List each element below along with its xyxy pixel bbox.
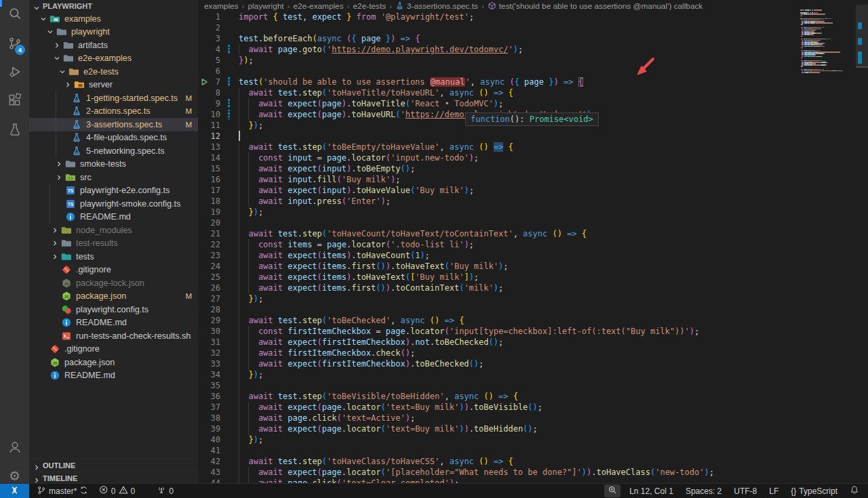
code-line-29[interactable]: 29await test.step('toBeChecked', async (… — [198, 315, 800, 326]
code-line-25[interactable]: 25await expect(items).toHaveText(['Buy m… — [198, 272, 800, 283]
code-line-42[interactable]: 42await test.step('toHaveClass/toHaveCSS… — [198, 456, 800, 467]
tree-item-src[interactable]: src — [29, 171, 198, 184]
tree-item-1-getting-started-spec-ts[interactable]: 1-getting-started.spec.tsM — [29, 91, 198, 105]
code-line-17[interactable]: 17await expect(input).toHaveValue('Buy m… — [198, 185, 800, 196]
code-line-18[interactable]: 18await input.press('Enter'); — [198, 196, 800, 207]
code-line-32[interactable]: 32await firstItemCheckbox.check(); — [198, 348, 800, 358]
tree-item-3-assertions-spec-ts[interactable]: 3-assertions.spec.tsM — [29, 118, 198, 131]
code-line-9[interactable]: 9await expect(page).toHaveTitle('React •… — [198, 98, 800, 109]
minimap[interactable] — [800, 9, 854, 73]
encoding-status[interactable]: UTF-8 — [730, 484, 760, 498]
timeline-section-header[interactable]: TIMELINE — [29, 472, 198, 483]
ports-status[interactable]: 0 — [153, 484, 177, 498]
tree-item-e2e-examples[interactable]: e2e-examples — [29, 52, 198, 66]
breadcrumb-item[interactable]: e2e-examples — [293, 1, 343, 11]
code-line-30[interactable]: 30const firstItemCheckbox = page.locator… — [198, 326, 800, 337]
tree-item-label: package.json — [64, 358, 115, 367]
outline-section-header[interactable]: OUTLINE — [29, 459, 198, 472]
code-line-1[interactable]: 1import { test, expect } from '@playwrig… — [198, 12, 800, 22]
code-line-21[interactable]: 21await test.step('toHaveCount/toHaveTex… — [198, 228, 800, 239]
code-line-7[interactable]: 7test('should be able to use assertions … — [198, 77, 800, 87]
source-control-icon[interactable]: 4 — [0, 30, 29, 57]
tree-item-playwright[interactable]: playwright — [29, 26, 198, 39]
code-line-34[interactable]: 34}); — [198, 369, 800, 380]
tree-item-artifacts[interactable]: artifacts — [29, 39, 198, 52]
tree-item-package-json[interactable]: JSpackage.jsonM — [29, 290, 198, 304]
code-line-24[interactable]: 24await expect(items.first()).toHaveText… — [198, 261, 800, 272]
code-line-4[interactable]: 4await page.goto('https://demo.playwrigh… — [198, 44, 800, 55]
tree-item-readme-md[interactable]: README.md — [29, 369, 198, 383]
tree-item-e2e-tests[interactable]: e2e-tests — [29, 65, 198, 79]
code-line-39[interactable]: 39await expect(page.locator('text=Buy mi… — [198, 423, 800, 434]
tree-item-tests[interactable]: tests — [29, 250, 198, 264]
account-icon[interactable] — [0, 434, 29, 461]
code-line-31[interactable]: 31await expect(firstItemCheckbox).not.to… — [198, 337, 800, 348]
breadcrumb-item[interactable]: e2e-tests — [353, 1, 387, 11]
breadcrumb-item[interactable]: playwright — [248, 1, 283, 11]
notifications-bell[interactable] — [846, 484, 863, 498]
code-line-8[interactable]: 8await test.step('toHaveTitle/toHaveURL'… — [198, 87, 800, 98]
tree-item-playwright-e2e-config-ts[interactable]: TSplaywright-e2e.config.ts — [29, 184, 198, 198]
code-line-19[interactable]: 19}); — [198, 207, 800, 217]
tree-item-5-networking-spec-ts[interactable]: 5-networking.spec.ts — [29, 144, 198, 158]
cursor-position-status[interactable]: Ln 12, Col 1 — [626, 484, 677, 498]
code-line-38[interactable]: 38await page.click('text=Active'); — [198, 413, 800, 423]
code-line-20[interactable]: 20 — [198, 217, 800, 228]
remote-indicator[interactable] — [0, 484, 29, 498]
tree-item-readme-md[interactable]: README.md — [29, 211, 198, 224]
code-line-27[interactable]: 27}); — [198, 293, 800, 304]
breadcrumb-item[interactable]: 3-assertions.spec.ts — [395, 1, 478, 11]
zoom-status[interactable] — [604, 484, 620, 497]
code-line-23[interactable]: 23await expect(items).toHaveCount(1); — [198, 250, 800, 261]
tree-item-4-file-uploads-spec-ts[interactable]: 4-file-uploads.spec.ts — [29, 131, 198, 145]
problems-status[interactable]: 0 0 — [96, 484, 138, 498]
tree-item--gitignore[interactable]: .gitignore — [29, 264, 198, 277]
tree-item-node-modules[interactable]: node_modules — [29, 224, 198, 237]
code-line-26[interactable]: 26await expect(items.first()).toContainT… — [198, 283, 800, 293]
code-line-22[interactable]: 22const items = page.locator('.todo-list… — [198, 239, 800, 250]
code-line-28[interactable]: 28 — [198, 304, 800, 315]
code-line-13[interactable]: 13await test.step('toBeEmpty/toHaveValue… — [198, 142, 800, 152]
indentation-status[interactable]: Spaces: 2 — [682, 484, 725, 498]
breadcrumb-item[interactable]: test('should be able to use assertions @… — [488, 1, 703, 11]
code-line-44[interactable]: 44await page.click('text=Clear completed… — [198, 478, 800, 483]
code-line-40[interactable]: 40}); — [198, 434, 800, 445]
testing-icon[interactable] — [0, 116, 29, 143]
code-line-35[interactable]: 35 — [198, 380, 800, 391]
code-area[interactable]: 1import { test, expect } from '@playwrig… — [198, 12, 800, 483]
code-line-3[interactable]: 3test.beforeEach(async ({ page }) => { — [198, 33, 800, 44]
code-line-33[interactable]: 33await expect(firstItemCheckbox).toBeCh… — [198, 358, 800, 369]
tree-item-server[interactable]: server — [29, 79, 198, 92]
tree-item-playwright-smoke-config-ts[interactable]: TSplaywright-smoke.config.ts — [29, 197, 198, 211]
code-line-6[interactable]: 6 — [198, 66, 800, 77]
code-line-12[interactable]: 12 — [198, 131, 800, 142]
language-status[interactable]: {}TypeScript — [787, 484, 841, 498]
tree-item--gitignore[interactable]: .gitignore — [29, 343, 198, 356]
tree-item-package-json[interactable]: JSpackage.json — [29, 356, 198, 369]
explorer-title[interactable]: PLAYWRIGHT — [29, 0, 198, 12]
code-line-14[interactable]: 14const input = page.locator('input.new-… — [198, 152, 800, 163]
tree-item-run-tests-and-check-results-sh[interactable]: run-tests-and-check-results.sh — [29, 329, 198, 343]
code-line-43[interactable]: 43await expect(page.locator('[placeholde… — [198, 467, 800, 478]
code-line-37[interactable]: 37await expect(page.locator('text=Buy mi… — [198, 402, 800, 413]
git-branch-status[interactable]: master* — [33, 484, 92, 498]
scrollbar[interactable] — [856, 0, 868, 483]
code-line-36[interactable]: 36await test.step('toBeVisible/toBeHidde… — [198, 391, 800, 402]
run-debug-icon[interactable] — [0, 58, 29, 85]
extensions-icon[interactable] — [0, 87, 29, 114]
code-line-5[interactable]: 5}); — [198, 55, 800, 66]
tree-item-readme-md[interactable]: README.md — [29, 316, 198, 330]
code-line-16[interactable]: 16await input.fill('Buy milk'); — [198, 174, 800, 185]
tree-item-smoke-tests[interactable]: smoke-tests — [29, 158, 198, 171]
tree-item-playwright-config-ts[interactable]: playwright.config.ts — [29, 303, 198, 316]
code-line-41[interactable]: 41 — [198, 445, 800, 456]
tree-item-examples[interactable]: examples — [29, 12, 198, 26]
tree-item-package-lock-json[interactable]: JSpackage-lock.json — [29, 276, 198, 290]
eol-status[interactable]: LF — [766, 484, 782, 498]
breadcrumb-item[interactable]: examples — [204, 1, 239, 11]
code-line-2[interactable]: 2 — [198, 22, 800, 33]
tree-item-2-actions-spec-ts[interactable]: 2-actions.spec.tsM — [29, 105, 198, 119]
code-line-15[interactable]: 15await expect(input).toBeEmpty(); — [198, 163, 800, 174]
tree-item-test-results[interactable]: test-results — [29, 237, 198, 251]
search-icon[interactable] — [0, 1, 29, 28]
